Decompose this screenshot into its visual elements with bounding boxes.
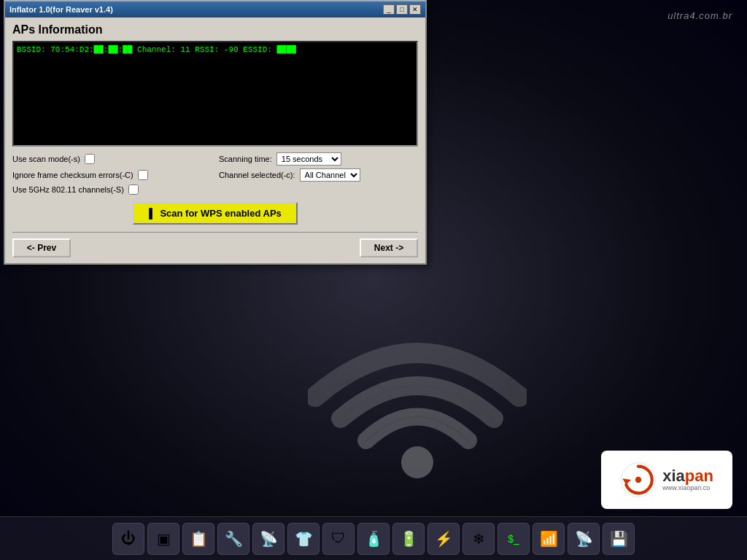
- use-scan-mode-checkbox[interactable]: [85, 154, 95, 164]
- svg-point-0: [401, 446, 433, 478]
- ignore-checksum-checkbox[interactable]: [138, 170, 148, 180]
- taskbar-hdd-icon[interactable]: 💾: [603, 523, 635, 555]
- watermark-text: ultra4.com.br: [667, 10, 732, 21]
- prev-button[interactable]: <- Prev: [12, 238, 71, 257]
- pan-text: pan: [685, 467, 713, 485]
- taskbar-wireless1-icon[interactable]: 📶: [533, 523, 565, 555]
- taskbar-battery-icon[interactable]: 🔋: [392, 523, 425, 555]
- window-controls: _ □ ✕: [383, 4, 421, 15]
- taskbar-cmd-icon[interactable]: $_: [498, 523, 530, 555]
- scanning-time-select[interactable]: 15 seconds 30 seconds 60 seconds 120 sec…: [276, 152, 341, 166]
- empty-cell: [219, 184, 418, 195]
- xiaopan-brand-text: xiapan www.xiaopan.co: [662, 468, 713, 491]
- ignore-checksum-row: Ignore frame checksum errors(-C): [12, 168, 212, 182]
- window-title: Inflator 1.0(for Reaver v1.4): [9, 5, 113, 14]
- wifi-background-logo: [308, 324, 527, 487]
- xia-text: xia: [662, 467, 685, 485]
- taskbar-wireless2-icon[interactable]: 📡: [568, 523, 600, 555]
- maximize-button[interactable]: □: [396, 4, 408, 15]
- close-button[interactable]: ✕: [409, 4, 421, 15]
- next-button[interactable]: Next ->: [360, 238, 418, 257]
- channel-selected-label: Channel selected(-c):: [219, 171, 295, 179]
- taskbar-flask-icon[interactable]: 🧴: [357, 523, 390, 555]
- xiaopan-logo: xiapan www.xiaopan.co: [601, 451, 732, 509]
- taskbar-tshirt-icon[interactable]: 👕: [287, 523, 320, 555]
- xiaopan-subtext: www.xiaopan.co: [662, 484, 713, 491]
- ap-entry: BSSID: 70:54:D2:██:██:██ Channel: 11 RSS…: [17, 45, 414, 54]
- ap-list[interactable]: BSSID: 70:54:D2:██:██:██ Channel: 11 RSS…: [12, 41, 418, 147]
- taskbar-notepad-icon[interactable]: 📋: [182, 523, 214, 555]
- taskbar-terminal-icon[interactable]: ▣: [147, 523, 179, 555]
- taskbar-shield-icon[interactable]: 🛡: [322, 523, 355, 555]
- options-grid: Use scan mode(-s) Scanning time: 15 seco…: [12, 152, 418, 195]
- channel-row: Channel selected(-c): All Channel 1 2 6 …: [219, 168, 418, 182]
- scan-btn-container: ▌ Scan for WPS enabled APs: [12, 202, 418, 225]
- use-5ghz-checkbox[interactable]: [128, 184, 139, 195]
- taskbar: ⏻ ▣ 📋 🔧 📡 👕 🛡 🧴 🔋 ⚡ ❄ $_ 📶 📡 💾: [0, 516, 747, 560]
- xiaopan-logo-inner: xiapan www.xiaopan.co: [620, 462, 713, 498]
- svg-point-3: [635, 477, 641, 483]
- scanning-time-label: Scanning time:: [219, 155, 272, 163]
- scan-button-icon: ▌: [149, 208, 155, 219]
- nav-row: <- Prev Next ->: [12, 232, 418, 257]
- inflator-window: Inflator 1.0(for Reaver v1.4) _ □ ✕ APs …: [4, 0, 427, 265]
- use-scan-mode-label: Use scan mode(-s): [12, 155, 80, 163]
- taskbar-bolt-icon[interactable]: ⚡: [427, 523, 460, 555]
- scan-button[interactable]: ▌ Scan for WPS enabled APs: [133, 202, 298, 225]
- use-5ghz-label: Use 5GHz 802.11 channels(-S): [12, 185, 124, 194]
- taskbar-power-icon[interactable]: ⏻: [112, 523, 144, 555]
- use-5ghz-row: Use 5GHz 802.11 channels(-S): [12, 184, 212, 195]
- ignore-checksum-label: Ignore frame checksum errors(-C): [12, 171, 133, 179]
- scanning-time-row: Scanning time: 15 seconds 30 seconds 60 …: [219, 152, 418, 166]
- section-title: APs Information: [12, 23, 418, 36]
- taskbar-snowflake-icon[interactable]: ❄: [462, 523, 495, 555]
- scan-button-label: Scan for WPS enabled APs: [160, 208, 281, 219]
- minimize-button[interactable]: _: [383, 4, 395, 15]
- window-titlebar: Inflator 1.0(for Reaver v1.4) _ □ ✕: [5, 1, 425, 18]
- window-content: APs Information BSSID: 70:54:D2:██:██:██…: [5, 18, 425, 263]
- use-scan-mode-row: Use scan mode(-s): [12, 152, 212, 166]
- taskbar-tools-icon[interactable]: 🔧: [217, 523, 249, 555]
- channel-select[interactable]: All Channel 1 2 6 11: [300, 168, 360, 182]
- taskbar-wifi-icon[interactable]: 📡: [252, 523, 285, 555]
- xiaopan-icon: [620, 462, 657, 498]
